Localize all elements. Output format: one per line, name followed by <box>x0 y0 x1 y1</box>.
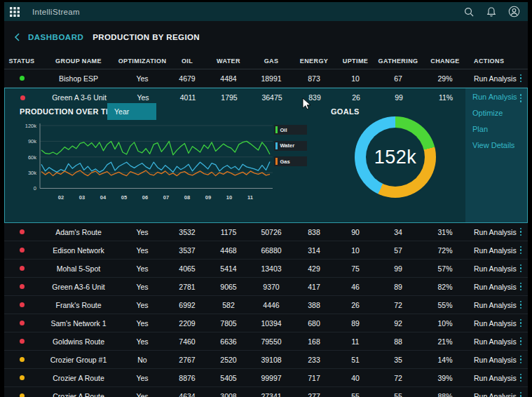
kebab-menu-icon[interactable] <box>520 264 522 274</box>
menu-item-plan[interactable]: Plan <box>472 125 488 133</box>
cell-group: Crozier Group #1 <box>39 356 118 364</box>
page-title: PRODUCTION BY REGION <box>93 33 200 41</box>
legend-item-water[interactable]: Water <box>274 141 307 151</box>
cell-water: 582 <box>207 301 250 309</box>
legend-item-oil[interactable]: Oil <box>274 125 307 135</box>
table-row[interactable]: Crozier A RouteYes4634300827341277555588… <box>4 387 528 397</box>
breadcrumb-dashboard-link[interactable]: DASHBOARD <box>28 33 83 41</box>
cell-oil: 2781 <box>167 283 207 291</box>
kebab-menu-icon[interactable] <box>520 337 522 346</box>
svg-text:02: 02 <box>58 194 64 201</box>
table-row[interactable]: Edison NetworkYes3537446866880314105772%… <box>4 241 528 260</box>
kebab-menu-icon[interactable] <box>520 282 522 292</box>
table-row[interactable]: Goldwins RouteYes7460663679550168118821%… <box>4 332 528 351</box>
table-row[interactable]: Crozier Group #1No2767252039108233513514… <box>4 351 528 369</box>
cell-change: 39% <box>421 374 470 382</box>
kebab-menu-icon[interactable] <box>520 373 522 383</box>
kebab-menu-icon[interactable] <box>520 74 522 83</box>
run-analysis-action[interactable]: Run Analysis <box>474 228 517 236</box>
cell-gas: 13403 <box>250 264 293 273</box>
column-header: GAS <box>250 58 293 65</box>
column-header: CHANGE <box>421 58 470 65</box>
cell-gathering: 57 <box>376 246 421 255</box>
cell-change: 14% <box>421 356 470 364</box>
top-navigation-bar: IntelliStream <box>4 2 528 21</box>
cell-energy: 839 <box>294 93 336 102</box>
svg-text:11: 11 <box>247 194 253 201</box>
cell-optimization: Yes <box>118 283 167 291</box>
run-analysis-action[interactable]: Run Analysis <box>474 74 517 83</box>
run-analysis-action[interactable]: Run Analysis <box>474 264 517 273</box>
kebab-menu-icon[interactable] <box>520 93 522 103</box>
account-button[interactable] <box>505 4 522 20</box>
search-icon <box>463 6 475 18</box>
table-header-row: STATUSGROUP NAMEOPTIMIZATIONOILWATERGASE… <box>4 53 528 69</box>
cell-gathering: 55 <box>376 392 421 397</box>
kebab-menu-icon[interactable] <box>520 391 522 397</box>
cell-gathering: 88 <box>376 337 421 346</box>
run-analysis-action[interactable]: Run Analysis <box>474 392 517 397</box>
cell-gas: 39108 <box>250 356 293 364</box>
status-dot <box>20 357 25 362</box>
run-analysis-action[interactable]: Run Analysis <box>474 337 517 346</box>
cell-group: Sam's Network 1 <box>39 319 118 328</box>
table-row[interactable]: Green A 3-6 UnitYes401117953647583926991… <box>5 88 527 107</box>
cell-water: 5414 <box>207 264 250 273</box>
cell-gathering: 92 <box>376 319 421 328</box>
cell-gathering: 67 <box>376 74 421 83</box>
table-row[interactable]: Frank's RouteYes69925824446388267255%Run… <box>4 296 528 314</box>
cell-gas: 36475 <box>250 93 294 102</box>
run-analysis-action[interactable]: Run Analysis <box>474 374 517 382</box>
cell-gas: 9370 <box>250 283 293 291</box>
cell-gas: 18991 <box>250 74 293 83</box>
table-row[interactable]: Bishop ESPYes4679448418991873106729%Run … <box>4 69 528 88</box>
cell-oil: 7460 <box>167 337 207 346</box>
table-row[interactable]: Mohal 5-SpotYes4065541413403429759957%Ru… <box>4 260 528 278</box>
kebab-menu-icon[interactable] <box>520 245 522 255</box>
cell-optimization: Yes <box>118 392 167 397</box>
notifications-button[interactable] <box>483 4 500 20</box>
cell-energy: 233 <box>293 356 335 364</box>
cell-optimization: Yes <box>118 246 167 255</box>
table-row[interactable]: Sam's Network 1Yes2209780510394680899210… <box>4 314 528 332</box>
cell-energy: 417 <box>293 283 335 291</box>
status-dot <box>20 393 25 397</box>
kebab-menu-icon[interactable] <box>520 355 522 365</box>
cell-uptime: 26 <box>336 93 376 102</box>
run-analysis-action[interactable]: Run Analysis <box>474 246 517 255</box>
bell-icon <box>486 6 497 18</box>
kebab-menu-icon[interactable] <box>520 227 522 237</box>
table-row[interactable]: Crozier A RouteYes8876540599997717407239… <box>4 369 528 387</box>
cell-optimization: No <box>118 356 167 364</box>
menu-item-view-details[interactable]: View Details <box>472 141 514 149</box>
cell-group: Mohal 5-Spot <box>39 264 118 273</box>
app-window: IntelliStream DASHBOARD P <box>4 2 528 397</box>
run-analysis-action[interactable]: Run Analysis <box>474 301 517 309</box>
menu-item-run-analysis[interactable]: Run Analysis <box>472 93 517 101</box>
search-button[interactable] <box>461 4 477 20</box>
svg-text:10: 10 <box>226 194 232 201</box>
menu-item-optimize[interactable]: Optimize <box>472 109 503 117</box>
app-grid-menu-icon[interactable] <box>4 2 25 21</box>
run-analysis-action[interactable]: Run Analysis <box>474 319 517 328</box>
run-analysis-action[interactable]: Run Analysis <box>474 283 517 291</box>
cell-uptime: 55 <box>335 392 376 397</box>
column-header: WATER <box>207 58 250 65</box>
cell-uptime: 11 <box>335 337 376 346</box>
cell-change: 31% <box>421 228 470 236</box>
column-header: OPTIMIZATION <box>118 58 167 65</box>
cell-change: 11% <box>421 93 470 102</box>
time-range-select[interactable]: Year <box>107 103 156 120</box>
run-analysis-action[interactable]: Run Analysis <box>474 356 517 364</box>
back-chevron-icon[interactable] <box>13 32 20 42</box>
cell-water: 4468 <box>207 246 250 255</box>
cell-water: 1175 <box>207 228 250 236</box>
table-row[interactable]: Adam's RouteYes3532117550726838903431%Ru… <box>4 223 528 241</box>
svg-text:30k: 30k <box>28 170 36 176</box>
kebab-menu-icon[interactable] <box>520 318 522 328</box>
table-row[interactable]: Green A3-6 UnitYes278190659370417468982%… <box>4 278 528 296</box>
legend-item-gas[interactable]: Gas <box>274 156 307 166</box>
column-header: GATHERING <box>376 58 421 65</box>
cell-oil: 3537 <box>167 246 207 255</box>
kebab-menu-icon[interactable] <box>520 300 522 310</box>
